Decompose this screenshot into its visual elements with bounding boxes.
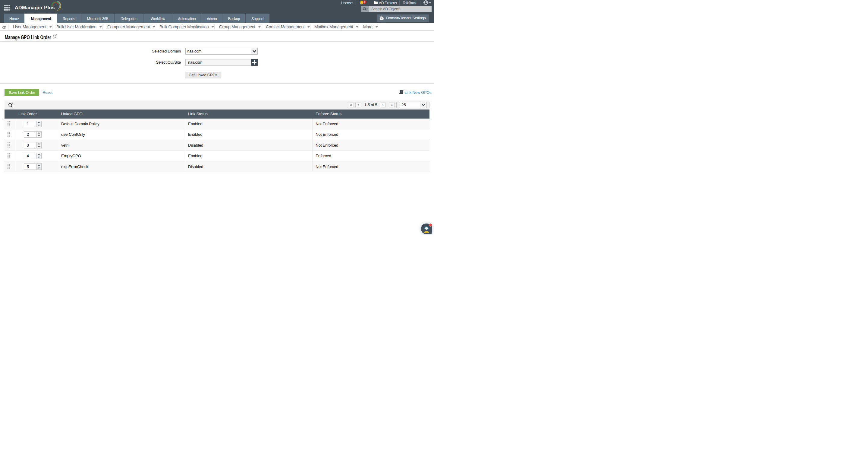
svg-text:2: 2 — [364, 1, 365, 4]
